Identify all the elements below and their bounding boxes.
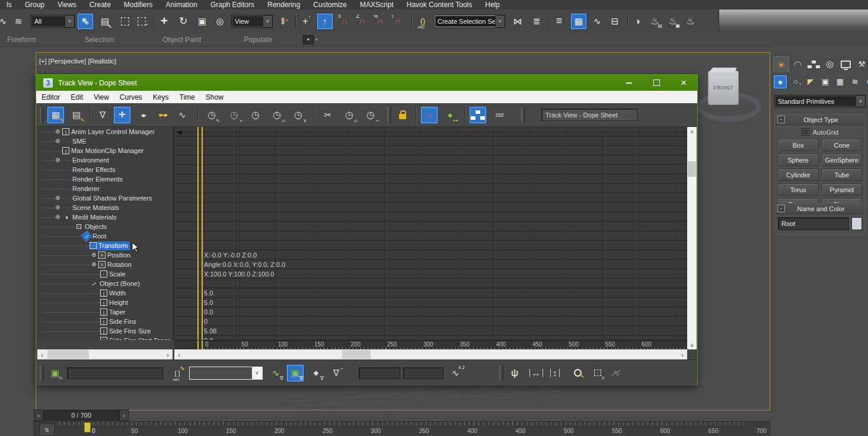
zoom-button[interactable] [569, 365, 586, 381]
scrollbar-thumb[interactable] [342, 350, 371, 359]
primitive-button[interactable]: Tube [822, 168, 863, 181]
time-slider-marker[interactable] [84, 422, 91, 432]
mirror-button[interactable] [510, 14, 525, 29]
tree-item[interactable]: ⊕ Root [37, 231, 173, 241]
collapse-rollout-icon[interactable]: - [777, 116, 785, 123]
track-value-label[interactable]: 5.0 [204, 289, 213, 297]
window-crossing-toggle[interactable] [134, 14, 149, 29]
tree-item-label[interactable]: Global Shadow Parameters [71, 194, 154, 203]
tree-item[interactable]: ⊕ SME [37, 136, 173, 146]
menubar-item[interactable]: Help [478, 0, 506, 9]
menubar-item[interactable]: Customize [307, 0, 353, 9]
tree-item-label[interactable]: Render Effects [71, 166, 117, 174]
track-bar-ruler[interactable]: 0 50100150200250300350400450500550600650… [57, 422, 771, 436]
close-button[interactable] [670, 75, 697, 91]
collapse-triangle-icon[interactable]: ◀ [177, 128, 181, 136]
percent-snap-toggle[interactable]: % [372, 14, 388, 29]
tree-item-label[interactable]: Scale [107, 270, 127, 279]
menubar-item[interactable]: Animation [159, 0, 204, 9]
tree-item-label[interactable]: Width [107, 289, 127, 298]
tree-item-label[interactable]: Height [107, 298, 130, 307]
tree-item[interactable]: ⊕ Max MotionClip Manager [37, 146, 173, 155]
tree-item[interactable]: ⊕ Renderer [37, 184, 173, 193]
tree-item[interactable]: ⊕ Scene Materials [37, 203, 173, 212]
filter-unlocked-tracks-button[interactable] [328, 365, 344, 381]
pan-button[interactable] [506, 365, 523, 381]
rectangular-selection-region-button[interactable] [117, 14, 133, 29]
tree-item-label[interactable]: Medit Materials [71, 213, 119, 222]
tree-item-label[interactable]: SME [71, 137, 88, 146]
use-pivot-point-button[interactable] [275, 14, 291, 29]
select-and-manipulate-button[interactable] [298, 14, 313, 29]
select-object-button[interactable] [77, 13, 94, 30]
tree-item-label[interactable]: Max MotionClip Manager [69, 147, 145, 155]
lights-category-icon[interactable] [804, 75, 817, 88]
named-selection-sets-dropdown[interactable]: Create Selection Se ˅ [434, 15, 505, 28]
tab-hierarchy-icon[interactable] [806, 56, 821, 72]
zoom-selected-object-button[interactable] [47, 365, 63, 381]
unlink-selection-icon[interactable] [11, 14, 26, 29]
trackview-menu-item[interactable]: Edit [65, 93, 88, 101]
scroll-right-icon[interactable]: › [163, 351, 173, 358]
lock-selected-keys-toggle[interactable] [442, 107, 458, 123]
current-time-marker-line[interactable] [197, 127, 199, 340]
current-time-marker-line[interactable] [202, 127, 203, 340]
edit-track-set-button[interactable] [492, 107, 508, 123]
tree-item[interactable]: ⊕ Object (Bone) [37, 279, 173, 288]
geometry-category-dropdown[interactable]: Standard Primitives ˅ [774, 95, 866, 107]
trackview-titlebar[interactable]: 3 Track View - Dope Sheet [36, 75, 697, 91]
geometry-category-icon[interactable] [773, 75, 787, 89]
tree-expander-icon[interactable]: ⊕ [55, 212, 62, 222]
tree-horizontal-scrollbar[interactable]: ‹ › [37, 349, 173, 359]
tree-expander-icon[interactable]: ⊕ [91, 260, 98, 269]
trackview-menu-item[interactable]: Keys [148, 93, 174, 101]
select-and-place-button[interactable] [212, 14, 228, 29]
track-sets-dropdown[interactable]: ˅ [189, 367, 263, 380]
keyboard-shortcut-override-toggle[interactable] [317, 13, 333, 30]
tree-expander-icon[interactable]: ⊕ [91, 250, 98, 260]
filters-button[interactable] [94, 107, 111, 123]
tree-item[interactable]: ⊕ Global Shadow Parameters [37, 193, 173, 203]
scale-time-button[interactable] [247, 107, 264, 123]
angle-snap-toggle[interactable]: ∠ [355, 14, 370, 29]
tree-item[interactable]: ⊕ Width [37, 288, 173, 298]
tree-item[interactable]: ⊕ Objects [37, 222, 173, 231]
menubar-item[interactable]: MAXScript [353, 0, 400, 9]
sheet-vertical-scrollbar[interactable]: ∧ ∨ [687, 127, 697, 349]
helpers-category-icon[interactable] [834, 75, 847, 88]
draw-curves-button[interactable] [174, 107, 190, 123]
tree-item[interactable]: ⊕ Environment [37, 155, 173, 165]
filter-animated-tracks-button[interactable] [267, 365, 284, 381]
tab-modify-icon[interactable] [790, 56, 805, 72]
track-bar[interactable]: ⇅ 0 501001502002503003504004505005506006… [33, 421, 771, 436]
filter-keyable-tracks-button[interactable] [308, 365, 324, 381]
tree-item-label[interactable]: Transform [97, 241, 130, 250]
tree-item-label[interactable]: Renderer [71, 184, 101, 193]
sheet-horizontal-scrollbar[interactable]: ‹ › [174, 349, 687, 359]
tab-populate[interactable]: Populate [237, 36, 279, 44]
cameras-category-icon[interactable] [819, 75, 832, 88]
align-button[interactable] [529, 14, 544, 29]
tree-item-label[interactable]: Side Fins [107, 317, 138, 326]
dope-sheet-grid[interactable]: ◀ X:-0.0 Y:-0.0 Z:0.0Angle:0.0 X:0.0, Y:… [174, 127, 687, 340]
trackview-menu-item[interactable]: View [88, 93, 114, 101]
tree-expander-icon[interactable]: ⊕ [55, 127, 62, 136]
tree-expander-icon[interactable]: ⊕ [55, 203, 62, 212]
lock-selection-toggle[interactable] [394, 107, 411, 123]
primitive-button[interactable]: Pyramid [822, 183, 863, 196]
render-production-button[interactable] [683, 14, 698, 29]
open-mini-curve-editor-button[interactable]: ⇅ [39, 424, 55, 436]
rendered-frame-window-button[interactable] [665, 14, 681, 29]
tree-item[interactable]: ⊕ Side Fins Start Taper [37, 336, 173, 340]
tree-item-label[interactable]: Render Elements [71, 175, 125, 184]
zoom-region-button[interactable] [589, 365, 606, 381]
primitive-button[interactable]: Cone [822, 139, 863, 151]
snap-frames-toggle[interactable] [420, 106, 438, 124]
move-keys-button[interactable] [113, 106, 131, 124]
autogrid-checkbox[interactable] [802, 128, 809, 136]
render-setup-button[interactable] [647, 14, 663, 29]
material-editor-button[interactable] [630, 14, 645, 29]
selection-filter-dropdown[interactable]: All ˅ [31, 15, 75, 28]
tab-display-icon[interactable] [838, 56, 853, 72]
toggle-ribbon-button[interactable] [570, 13, 587, 30]
